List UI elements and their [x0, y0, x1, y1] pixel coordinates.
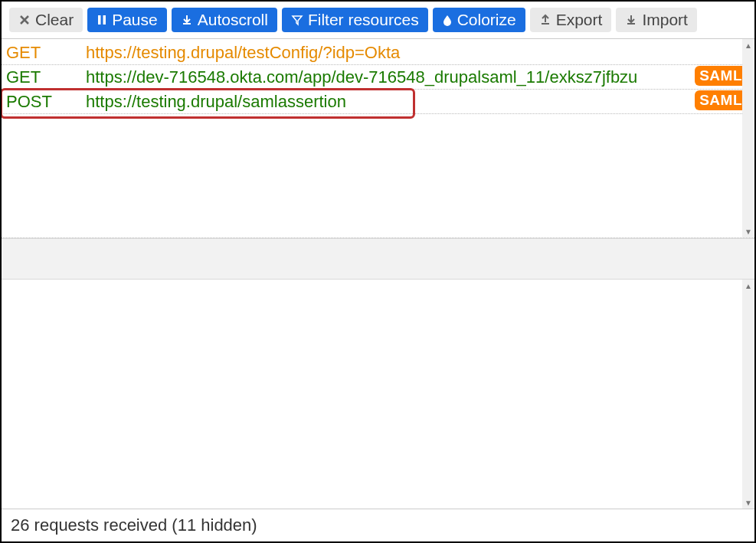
request-url: https://dev-716548.okta.com/app/dev-7165… — [86, 67, 754, 87]
export-label: Export — [556, 11, 603, 29]
clear-button[interactable]: Clear — [9, 8, 83, 32]
clear-label: Clear — [35, 11, 74, 29]
splitter-bar[interactable] — [2, 238, 754, 280]
saml-badge: SAML — [695, 66, 747, 86]
filter-icon — [291, 14, 303, 26]
x-icon — [18, 14, 31, 26]
scroll-up-icon[interactable]: ▲ — [742, 39, 754, 51]
request-row[interactable]: GET https://testing.drupal/testConfig/?i… — [2, 41, 754, 65]
request-method: GET — [2, 43, 86, 63]
import-label: Import — [642, 11, 688, 29]
pause-label: Pause — [112, 11, 158, 29]
upload-icon — [539, 14, 551, 26]
download-icon — [181, 14, 193, 26]
pause-button[interactable]: Pause — [87, 8, 167, 32]
scrollbar[interactable]: ▲ ▼ — [742, 280, 754, 509]
request-row[interactable]: GET https://dev-716548.okta.com/app/dev-… — [2, 65, 754, 90]
request-method: GET — [2, 67, 86, 87]
requests-panel: GET https://testing.drupal/testConfig/?i… — [2, 39, 754, 238]
export-button[interactable]: Export — [530, 8, 612, 32]
pause-icon — [97, 14, 107, 26]
droplet-icon — [442, 14, 453, 26]
saml-badge: SAML — [695, 90, 747, 110]
import-button[interactable]: Import — [616, 8, 697, 32]
scroll-down-icon[interactable]: ▼ — [742, 496, 754, 509]
request-url: https://testing.drupal/samlassertion — [86, 92, 754, 112]
status-text: 26 requests received (11 hidden) — [11, 515, 257, 535]
svg-rect-0 — [98, 15, 101, 25]
filter-label: Filter resources — [308, 11, 419, 29]
autoscroll-button[interactable]: Autoscroll — [172, 8, 277, 32]
request-method: POST — [2, 92, 86, 112]
request-url: https://testing.drupal/testConfig/?idp=O… — [86, 43, 754, 63]
scrollbar[interactable]: ▲ ▼ — [742, 39, 754, 237]
colorize-button[interactable]: Colorize — [433, 8, 525, 32]
svg-rect-1 — [103, 15, 106, 25]
filter-button[interactable]: Filter resources — [282, 8, 428, 32]
request-row[interactable]: POST https://testing.drupal/samlassertio… — [2, 90, 754, 114]
toolbar: Clear Pause Autoscroll Filter resources … — [2, 2, 754, 39]
status-bar: 26 requests received (11 hidden) — [2, 509, 754, 541]
autoscroll-label: Autoscroll — [198, 11, 268, 29]
colorize-label: Colorize — [457, 11, 516, 29]
details-panel: ▲ ▼ — [2, 280, 754, 509]
import-icon — [625, 14, 637, 26]
requests-list: GET https://testing.drupal/testConfig/?i… — [2, 39, 754, 116]
scroll-up-icon[interactable]: ▲ — [742, 280, 754, 292]
scroll-down-icon[interactable]: ▼ — [742, 225, 754, 237]
